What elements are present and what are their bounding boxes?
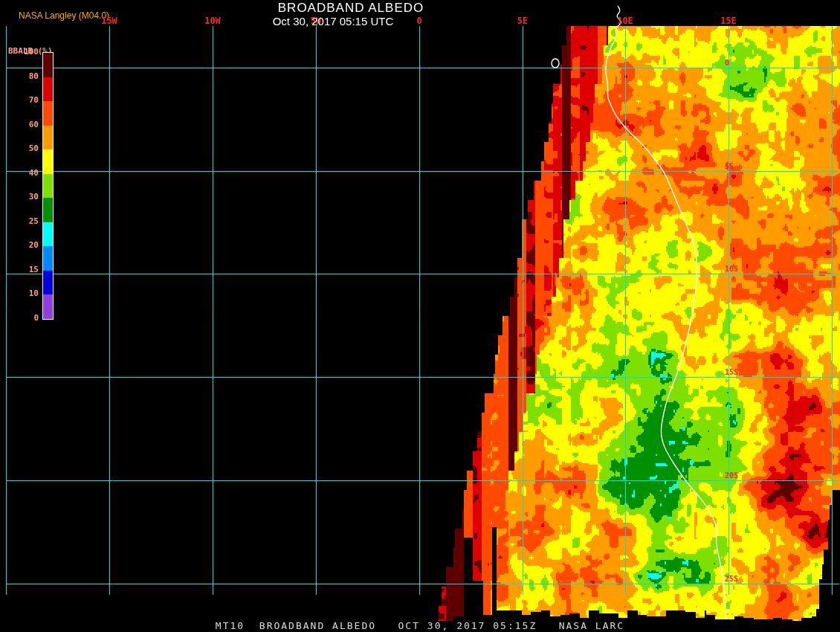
colorbar-tick: 30 [13, 192, 39, 201]
colorbar [42, 52, 54, 320]
latitude-label: 10S [725, 265, 738, 273]
longitude-label: 10W [204, 16, 221, 26]
latitude-label: 0 [725, 59, 729, 67]
colorbar-segment [43, 174, 53, 199]
colorbar-segment [43, 53, 53, 77]
longitude-label: 0 [416, 16, 421, 26]
colorbar-segment [43, 246, 53, 271]
colorbar-tick: 70 [13, 95, 39, 105]
albedo-map-image: NASA Langley (M04.0) 15W10W5W05E10E15E B… [0, 0, 840, 632]
colorbar-tick: 25 [13, 216, 39, 226]
colorbar-segment [43, 77, 53, 102]
page-title: BROADBAND ALBEDO [278, 1, 424, 16]
longitude-label: 5E [517, 16, 528, 26]
colorbar-tick: 50 [13, 144, 39, 153]
latitude-label: 15S [725, 368, 738, 376]
colorbar-segment [43, 222, 53, 247]
credit-label: NASA Langley (M04.0) [19, 10, 109, 21]
colorbar-tick: 100 [13, 47, 39, 57]
colorbar-segment [43, 294, 53, 319]
colorbar-segment [43, 149, 53, 174]
colorbar-segment [43, 271, 53, 295]
colorbar-segment [43, 126, 53, 150]
colorbar-tick: 15 [13, 265, 39, 274]
satellite-albedo-canvas [0, 0, 840, 632]
colorbar-tick: 10 [13, 288, 39, 298]
colorbar-segment [43, 101, 53, 126]
colorbar-tick: 0 [13, 313, 39, 323]
latitude-label: 20S [725, 471, 738, 480]
colorbar-tick: 80 [13, 71, 39, 81]
colorbar-segment [43, 198, 53, 222]
latitude-label: 5S [725, 162, 734, 170]
longitude-label: 15E [720, 16, 737, 26]
longitude-label: 15W [101, 16, 117, 26]
longitude-label: 10E [617, 16, 633, 26]
datetime-label: Oct 30, 2017 05:15 UTC [273, 15, 394, 28]
latitude-label: 25S [725, 575, 738, 583]
colorbar-tick: 40 [13, 168, 39, 178]
footer-caption: MT10 BROADBAND ALBEDO OCT 30, 2017 05:15… [216, 620, 624, 631]
colorbar-tick: 20 [13, 240, 39, 250]
colorbar-tick: 60 [13, 120, 39, 129]
